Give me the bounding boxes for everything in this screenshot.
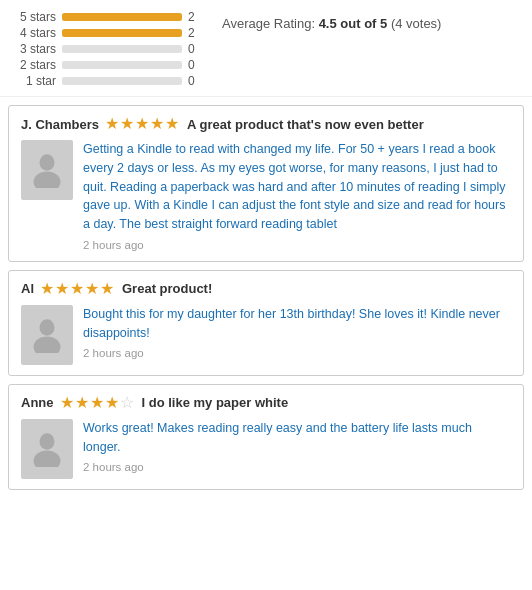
avatar	[21, 140, 73, 200]
star-filled: ★	[150, 116, 164, 132]
star-filled: ★	[100, 281, 114, 297]
bar-count: 0	[188, 42, 202, 56]
review-time: 2 hours ago	[83, 347, 511, 359]
star-filled: ★	[55, 281, 69, 297]
stars-row: ★★★★☆	[60, 395, 134, 411]
review-text: Works great! Makes reading really easy a…	[83, 419, 511, 457]
bar-count: 2	[188, 26, 202, 40]
review-body: Getting a Kindle to read with changed my…	[21, 140, 511, 251]
review-time: 2 hours ago	[83, 239, 511, 251]
star-filled: ★	[60, 395, 74, 411]
bar-row: 3 stars 0	[14, 42, 202, 56]
review-card: Al ★★★★★ Great product! Bought this for …	[8, 270, 524, 376]
svg-point-0	[40, 154, 55, 171]
stars-row: ★★★★★	[40, 281, 114, 297]
bar-row: 1 star 0	[14, 74, 202, 88]
avatar-icon	[32, 152, 62, 188]
review-header: J. Chambers ★★★★★ A great product that's…	[21, 116, 511, 132]
review-header: Al ★★★★★ Great product!	[21, 281, 511, 297]
stars-row: ★★★★★	[105, 116, 179, 132]
bar-count: 2	[188, 10, 202, 24]
star-filled: ★	[105, 395, 119, 411]
reviewer-name: Al	[21, 281, 34, 296]
star-bars: 5 stars 2 4 stars 2 3 stars 0 2 stars 0 …	[14, 10, 202, 88]
bar-count: 0	[188, 74, 202, 88]
bar-fill	[62, 13, 182, 21]
bar-label: 1 star	[14, 74, 56, 88]
avatar	[21, 419, 73, 479]
star-filled: ★	[105, 116, 119, 132]
review-card: Anne ★★★★☆ I do like my paper white Work…	[8, 384, 524, 490]
average-value: 4.5 out of 5	[319, 16, 391, 31]
average-rating: Average Rating: 4.5 out of 5 (4 votes)	[222, 10, 441, 34]
review-body: Works great! Makes reading really easy a…	[21, 419, 511, 479]
star-filled: ★	[90, 395, 104, 411]
bar-label: 3 stars	[14, 42, 56, 56]
average-label: Average Rating:	[222, 16, 315, 31]
svg-point-4	[40, 433, 55, 450]
bar-track	[62, 29, 182, 37]
bar-track	[62, 45, 182, 53]
review-text: Bought this for my daughter for her 13th…	[83, 305, 511, 343]
review-text-block: Works great! Makes reading really easy a…	[83, 419, 511, 479]
star-filled: ★	[165, 116, 179, 132]
bar-row: 5 stars 2	[14, 10, 202, 24]
review-title: Great product!	[122, 281, 212, 296]
review-text-block: Bought this for my daughter for her 13th…	[83, 305, 511, 365]
bar-label: 2 stars	[14, 58, 56, 72]
review-text-block: Getting a Kindle to read with changed my…	[83, 140, 511, 251]
svg-point-3	[34, 336, 61, 353]
avatar-icon	[32, 317, 62, 353]
star-filled: ★	[85, 281, 99, 297]
bar-row: 2 stars 0	[14, 58, 202, 72]
bar-fill	[62, 29, 182, 37]
star-empty: ☆	[120, 395, 134, 411]
star-filled: ★	[40, 281, 54, 297]
bar-label: 4 stars	[14, 26, 56, 40]
reviews-container: J. Chambers ★★★★★ A great product that's…	[0, 105, 532, 490]
star-filled: ★	[70, 281, 84, 297]
star-filled: ★	[75, 395, 89, 411]
reviewer-name: J. Chambers	[21, 117, 99, 132]
star-filled: ★	[120, 116, 134, 132]
ratings-summary: 5 stars 2 4 stars 2 3 stars 0 2 stars 0 …	[0, 0, 532, 97]
bar-track	[62, 13, 182, 21]
review-title: I do like my paper white	[142, 395, 289, 410]
avatar-icon	[32, 431, 62, 467]
avatar	[21, 305, 73, 365]
bar-count: 0	[188, 58, 202, 72]
review-header: Anne ★★★★☆ I do like my paper white	[21, 395, 511, 411]
review-time: 2 hours ago	[83, 461, 511, 473]
review-body: Bought this for my daughter for her 13th…	[21, 305, 511, 365]
bar-track	[62, 61, 182, 69]
review-card: J. Chambers ★★★★★ A great product that's…	[8, 105, 524, 262]
reviewer-name: Anne	[21, 395, 54, 410]
svg-point-2	[40, 319, 55, 336]
review-text: Getting a Kindle to read with changed my…	[83, 140, 511, 234]
bar-row: 4 stars 2	[14, 26, 202, 40]
review-title: A great product that's now even better	[187, 117, 424, 132]
bar-label: 5 stars	[14, 10, 56, 24]
svg-point-5	[34, 450, 61, 467]
bar-track	[62, 77, 182, 85]
votes-label: (4 votes)	[391, 16, 442, 31]
svg-point-1	[34, 172, 61, 189]
star-filled: ★	[135, 116, 149, 132]
